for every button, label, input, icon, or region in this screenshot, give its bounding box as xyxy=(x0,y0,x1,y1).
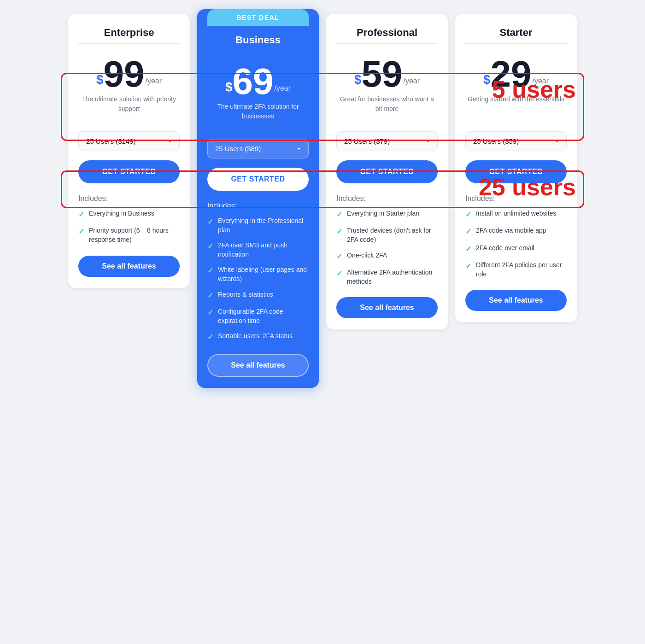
plan-divider-starter xyxy=(465,43,567,44)
includes-label-professional: Includes: xyxy=(336,194,438,203)
includes-label-business: Includes: xyxy=(207,202,309,210)
feature-text-business-5: Sortable users' 2FA status xyxy=(218,332,293,341)
user-select-professional[interactable]: 25 Users ($79)5 Users ($59)50 Users ($11… xyxy=(336,131,438,151)
plan-card-professional: Professional $ 59 /year Great for busine… xyxy=(326,14,448,329)
feature-item-business-1: ✓ 2FA over SMS and push notification xyxy=(207,241,309,259)
get-started-btn-enterprise[interactable]: GET STARTED xyxy=(78,160,180,183)
best-deal-badge: BEST DEAL xyxy=(207,9,309,26)
get-started-btn-starter[interactable]: GET STARTED xyxy=(465,160,567,183)
price-dollar-professional: $ xyxy=(354,73,362,86)
check-icon-professional-1: ✓ xyxy=(336,227,342,237)
get-started-btn-professional[interactable]: GET STARTED xyxy=(336,160,438,183)
price-dollar-starter: $ xyxy=(483,73,491,86)
check-icon-professional-0: ✓ xyxy=(336,210,342,220)
see-all-btn-starter[interactable]: See all features xyxy=(465,290,567,311)
feature-list-enterprise: ✓ Everything in Business ✓ Priority supp… xyxy=(78,209,180,245)
check-icon-enterprise-0: ✓ xyxy=(78,210,84,220)
feature-text-professional-1: Trusted devices (don't ask for 2FA code) xyxy=(347,226,438,244)
feature-text-business-4: Configurable 2FA code expiration time xyxy=(218,307,309,325)
feature-item-business-4: ✓ Configurable 2FA code expiration time xyxy=(207,307,309,325)
plan-card-starter: Starter $ 29 /year Getting started with … xyxy=(455,14,577,322)
price-dollar-enterprise: $ xyxy=(96,73,104,86)
price-amount-business: 69 xyxy=(233,63,274,100)
check-icon-professional-2: ✓ xyxy=(336,252,342,262)
feature-text-starter-3: Different 2FA policies per user role xyxy=(476,261,567,279)
user-select-starter[interactable]: 25 Users ($59)5 Users ($29)50 Users ($89… xyxy=(465,131,567,151)
feature-text-business-0: Everything in the Professional plan xyxy=(218,217,309,234)
feature-item-starter-0: ✓ Install on unlimited websites xyxy=(465,209,567,220)
feature-text-professional-3: Alternative 2FA authentication methods xyxy=(347,268,438,286)
check-icon-starter-0: ✓ xyxy=(465,210,471,220)
price-row-professional: $ 59 /year xyxy=(336,51,438,93)
feature-text-enterprise-0: Everything in Business xyxy=(89,209,154,218)
price-dollar-business: $ xyxy=(225,81,233,94)
feature-item-professional-2: ✓ One-click 2FA xyxy=(336,251,438,262)
check-icon-starter-1: ✓ xyxy=(465,227,471,237)
feature-item-business-2: ✓ White labeling (user pages and wizards… xyxy=(207,265,309,283)
feature-list-starter: ✓ Install on unlimited websites ✓ 2FA co… xyxy=(465,209,567,279)
feature-item-business-5: ✓ Sortable users' 2FA status xyxy=(207,332,309,342)
user-select-business[interactable]: 25 Users ($89)5 Users ($69)50 Users ($12… xyxy=(207,139,309,158)
price-amount-enterprise: 99 xyxy=(104,56,145,93)
check-icon-business-4: ✓ xyxy=(207,308,213,318)
plan-name-professional: Professional xyxy=(336,27,438,39)
plan-description-enterprise: The ultimate solution with priority supp… xyxy=(78,94,180,122)
plan-name-starter: Starter xyxy=(465,27,567,39)
price-period-business: /year xyxy=(274,84,291,93)
price-row-enterprise: $ 99 /year xyxy=(78,51,180,93)
price-row-business: $ 69 /year xyxy=(207,59,309,100)
includes-label-enterprise: Includes: xyxy=(78,194,180,203)
feature-text-business-1: 2FA over SMS and push notification xyxy=(218,241,309,259)
feature-item-business-0: ✓ Everything in the Professional plan xyxy=(207,217,309,234)
check-icon-enterprise-1: ✓ xyxy=(78,227,84,237)
feature-text-enterprise-1: Priority support (6 – 8 hours response t… xyxy=(89,226,180,244)
check-icon-business-1: ✓ xyxy=(207,241,213,252)
plan-name-business: Business xyxy=(207,34,309,46)
feature-text-starter-2: 2FA code over email xyxy=(476,244,534,253)
plan-divider-enterprise xyxy=(78,43,180,44)
includes-label-starter: Includes: xyxy=(465,194,567,203)
plan-card-enterprise: Enterprise $ 99 /year The ultimate solut… xyxy=(68,14,190,288)
plan-description-business: The ultimate 2FA solution for businesses xyxy=(207,102,309,129)
feature-item-enterprise-1: ✓ Priority support (6 – 8 hours response… xyxy=(78,226,180,244)
feature-item-starter-2: ✓ 2FA code over email xyxy=(465,244,567,254)
feature-item-professional-3: ✓ Alternative 2FA authentication methods xyxy=(336,268,438,286)
check-icon-business-3: ✓ xyxy=(207,291,213,301)
see-all-btn-enterprise[interactable]: See all features xyxy=(78,256,180,277)
feature-text-starter-0: Install on unlimited websites xyxy=(476,209,556,218)
check-icon-starter-3: ✓ xyxy=(465,261,471,271)
price-period-professional: /year xyxy=(403,77,420,85)
feature-item-professional-0: ✓ Everything in Starter plan xyxy=(336,209,438,220)
feature-text-business-2: White labeling (user pages and wizards) xyxy=(218,265,309,283)
price-amount-professional: 59 xyxy=(362,56,403,93)
plan-divider-business xyxy=(207,51,309,51)
price-period-enterprise: /year xyxy=(145,77,162,85)
plan-description-professional: Great for businesses who want a bit more xyxy=(336,94,438,122)
see-all-btn-professional[interactable]: See all features xyxy=(336,297,438,318)
plan-name-enterprise: Enterprise xyxy=(78,27,180,39)
feature-item-starter-3: ✓ Different 2FA policies per user role xyxy=(465,261,567,279)
check-icon-business-0: ✓ xyxy=(207,217,213,227)
feature-list-business: ✓ Everything in the Professional plan ✓ … xyxy=(207,217,309,343)
see-all-btn-business[interactable]: See all features xyxy=(207,354,309,377)
price-period-starter: /year xyxy=(532,77,549,85)
feature-text-professional-0: Everything in Starter plan xyxy=(347,209,419,218)
pricing-container: 5 users 25 users Enterprise $ 99 /year T… xyxy=(64,14,580,388)
feature-text-starter-1: 2FA code via mobile app xyxy=(476,226,546,235)
check-icon-business-2: ✓ xyxy=(207,266,213,276)
plan-description-starter: Getting started with the essentials xyxy=(465,94,567,122)
feature-item-starter-1: ✓ 2FA code via mobile app xyxy=(465,226,567,237)
user-select-enterprise[interactable]: 25 Users ($149)5 Users ($99)50 Users ($1… xyxy=(78,131,180,151)
price-amount-starter: 29 xyxy=(491,56,532,93)
feature-text-business-3: Reports & statistics xyxy=(218,290,273,299)
feature-text-professional-2: One-click 2FA xyxy=(347,251,387,260)
feature-item-business-3: ✓ Reports & statistics xyxy=(207,290,309,301)
check-icon-professional-3: ✓ xyxy=(336,269,342,279)
feature-item-professional-1: ✓ Trusted devices (don't ask for 2FA cod… xyxy=(336,226,438,244)
feature-item-enterprise-0: ✓ Everything in Business xyxy=(78,209,180,220)
price-row-starter: $ 29 /year xyxy=(465,51,567,93)
feature-list-professional: ✓ Everything in Starter plan ✓ Trusted d… xyxy=(336,209,438,286)
check-icon-business-5: ✓ xyxy=(207,332,213,342)
get-started-btn-business[interactable]: GET STARTED xyxy=(207,168,309,191)
check-icon-starter-2: ✓ xyxy=(465,244,471,254)
